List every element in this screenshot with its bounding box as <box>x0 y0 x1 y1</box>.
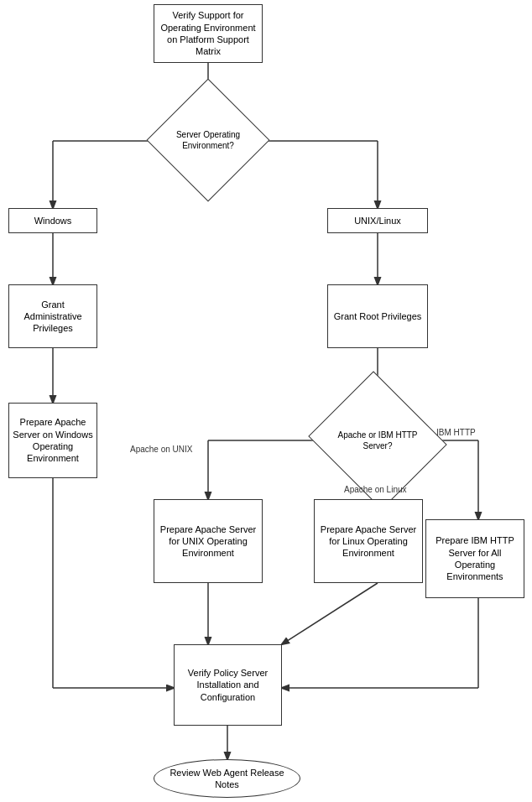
grant-root-box: Grant Root Privileges <box>327 284 428 348</box>
apache-on-unix-label: Apache on UNIX <box>130 445 193 454</box>
grant-admin-box: Grant Administrative Privileges <box>8 284 97 348</box>
prepare-apache-windows-box: Prepare Apache Server on Windows Operati… <box>8 403 97 478</box>
ibm-http-label: IBM HTTP <box>436 428 476 437</box>
flowchart: Verify Support for Operating Environment… <box>0 0 532 802</box>
prepare-apache-unix-box: Prepare Apache Server for UNIX Operating… <box>154 499 263 583</box>
apache-ibm-diamond: Apache or IBM HTTP Server? <box>326 394 430 487</box>
verify-policy-box: Verify Policy Server Installation and Co… <box>174 644 282 726</box>
prepare-ibm-http-box: Prepare IBM HTTP Server for All Operatin… <box>425 519 524 598</box>
prepare-apache-linux-box: Prepare Apache Server for Linux Operatin… <box>314 499 423 583</box>
verify-support-box: Verify Support for Operating Environment… <box>154 4 263 63</box>
svg-line-15 <box>282 583 378 644</box>
apache-on-linux-label: Apache on Linux <box>344 485 407 494</box>
unix-linux-box: UNIX/Linux <box>327 208 428 233</box>
windows-box: Windows <box>8 208 97 233</box>
server-env-diamond: Server Operating Environment? <box>164 96 252 184</box>
review-web-agent-oval: Review Web Agent Release Notes <box>154 759 300 798</box>
